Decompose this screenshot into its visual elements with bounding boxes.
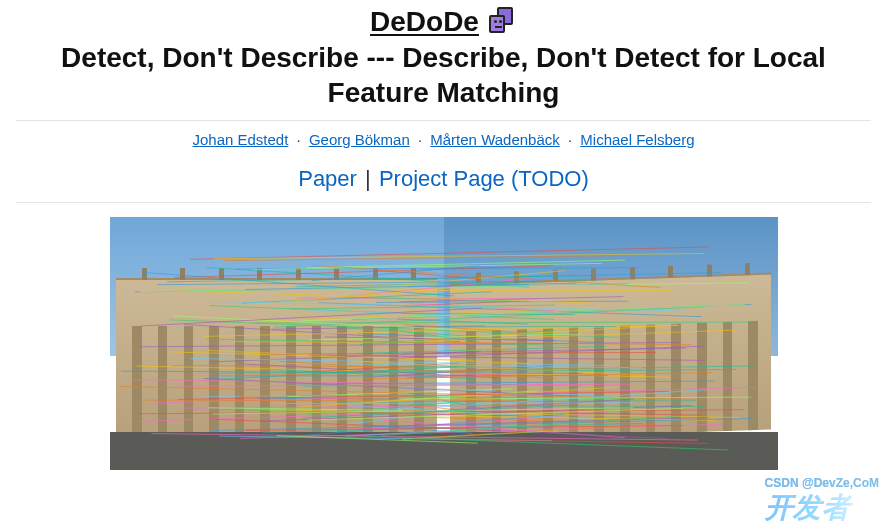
- title-row: DeDoDe: [370, 6, 517, 38]
- figure-right-image: [444, 217, 778, 470]
- author-link[interactable]: Georg Bökman: [309, 131, 410, 148]
- paper-link[interactable]: Paper: [298, 166, 357, 191]
- author-separator: ·: [414, 131, 426, 148]
- resource-links: Paper | Project Page (TODO): [16, 166, 871, 192]
- figure-left-image: [110, 217, 444, 470]
- music-notes-icon: [487, 7, 517, 37]
- watermark: CSDN @DevZe,CoM 开发者: [765, 478, 879, 527]
- author-list: Johan Edstedt · Georg Bökman · Mårten Wa…: [16, 131, 871, 148]
- author-link[interactable]: Mårten Wadenbäck: [430, 131, 560, 148]
- watermark-small: CSDN @DevZe,CoM: [765, 478, 879, 489]
- author-separator: ·: [293, 131, 305, 148]
- author-link[interactable]: Michael Felsberg: [580, 131, 694, 148]
- paper-subtitle: Detect, Don't Describe --- Describe, Don…: [16, 40, 871, 110]
- divider: [16, 202, 871, 203]
- author-link[interactable]: Johan Edstedt: [192, 131, 288, 148]
- link-separator: |: [363, 166, 373, 191]
- project-title: DeDoDe: [370, 6, 479, 38]
- watermark-large: 开发者: [765, 492, 851, 523]
- divider: [16, 120, 871, 121]
- author-separator: ·: [564, 131, 576, 148]
- project-page-link[interactable]: Project Page (TODO): [379, 166, 589, 191]
- matching-figure: [110, 217, 778, 470]
